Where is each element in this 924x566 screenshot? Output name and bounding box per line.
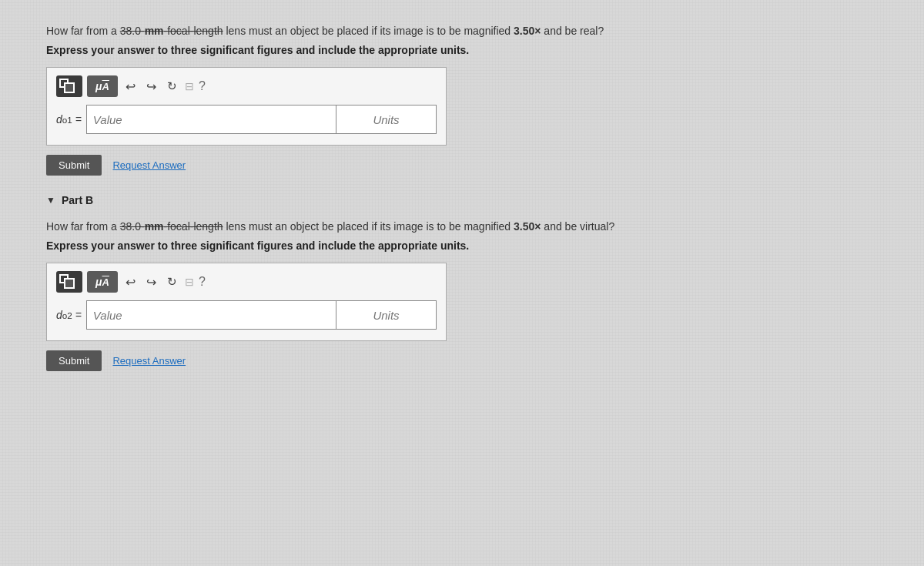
part-a-instruction: Express your answer to three significant… [46, 44, 878, 56]
part-b-toolbar: μA ↩ ↪ ↻ ⊟ ? [56, 271, 437, 293]
part-a-units-input[interactable] [336, 105, 437, 134]
part-b-mu-icon[interactable]: μA [87, 271, 118, 293]
part-b-header: ▼ Part B [46, 194, 878, 206]
part-b-answer-box: μA ↩ ↪ ↻ ⊟ ? do2 = [46, 263, 447, 341]
part-b-instruction: Express your answer to three significant… [46, 239, 878, 252]
part-a-input-label: do1 = [56, 105, 82, 134]
part-b-button-row: Submit Request Answer [46, 350, 878, 371]
part-a-button-row: Submit Request Answer [46, 155, 878, 176]
refresh-button[interactable]: ↻ [164, 78, 180, 95]
mu-icon[interactable]: μA [87, 75, 118, 97]
part-a-answer-box: μA ↩ ↪ ↻ ⊟ ? do1 = [46, 67, 447, 146]
part-b-label: Part B [62, 194, 93, 206]
part-b-input-row: do2 = [56, 300, 437, 330]
part-a-input-row: do1 = [56, 105, 437, 134]
part-b-keyboard-icon: ⊟ [185, 276, 194, 288]
part-a-submit-button[interactable]: Submit [46, 155, 102, 176]
part-a-toolbar: μA ↩ ↪ ↻ ⊟ ? [56, 75, 437, 97]
part-a-section: How far from a 38.0-mm-focal-length lens… [46, 23, 878, 176]
part-b-help-icon[interactable]: ? [199, 275, 206, 289]
part-b-value-input[interactable] [86, 300, 336, 330]
part-a-question: How far from a 38.0-mm-focal-length lens… [46, 23, 878, 39]
part-b-request-answer-button[interactable]: Request Answer [112, 355, 186, 367]
keyboard-icon: ⊟ [185, 80, 194, 92]
part-b-section: ▼ Part B How far from a 38.0-mm-focal-le… [46, 194, 878, 371]
redo-button[interactable]: ↪ [143, 78, 159, 95]
part-b-undo-button[interactable]: ↩ [122, 273, 139, 291]
part-b-refresh-button[interactable]: ↻ [164, 273, 180, 290]
part-b-redo-button[interactable]: ↪ [143, 273, 159, 291]
part-b-input-label: do2 = [56, 300, 82, 330]
help-icon[interactable]: ? [199, 79, 206, 93]
part-a-request-answer-button[interactable]: Request Answer [112, 159, 186, 171]
part-a-value-input[interactable] [86, 105, 336, 134]
format-icon[interactable] [56, 75, 82, 97]
part-b-question: How far from a 38.0-mm-focal-length lens… [46, 219, 878, 235]
part-b-format-icon[interactable] [56, 271, 82, 293]
part-b-units-input[interactable] [336, 300, 437, 330]
undo-button[interactable]: ↩ [122, 78, 139, 95]
part-b-submit-button[interactable]: Submit [46, 350, 102, 371]
collapse-arrow-icon[interactable]: ▼ [46, 195, 55, 206]
